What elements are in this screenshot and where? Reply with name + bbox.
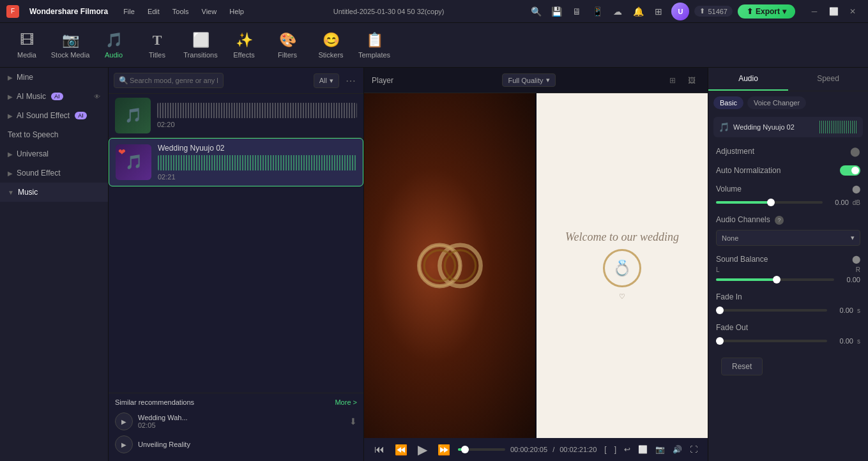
menu-file[interactable]: File <box>118 6 140 17</box>
grid-view-icon[interactable]: ⊞ <box>664 72 681 89</box>
fast-forward-button[interactable]: ⏩ <box>435 444 453 456</box>
sidebar-item-ai-music[interactable]: ▶ AI Music AI 👁 <box>0 87 108 106</box>
toolbar-item-stock[interactable]: 📷 Stock Media <box>49 25 92 66</box>
volume-unit: dB <box>853 199 860 206</box>
download-icon-1[interactable]: ⬇ <box>349 416 357 427</box>
volume-icon[interactable]: 🔊 <box>670 445 685 454</box>
similar-duration-1: 02:05 <box>138 421 344 429</box>
chevron-down-icon-filter: ▾ <box>330 77 333 85</box>
fade-in-thumb[interactable] <box>716 306 724 314</box>
toolbar-item-templates[interactable]: 📋 Templates <box>353 25 396 66</box>
minimize-button[interactable]: ─ <box>805 3 823 20</box>
export-button[interactable]: ⬆ Export ▾ <box>738 4 795 19</box>
progress-bar[interactable] <box>458 448 505 451</box>
toolbar-item-filters[interactable]: 🎨 Filters <box>266 25 309 66</box>
search-icon: 🔍 <box>119 76 128 85</box>
channels-dropdown[interactable]: None ▾ <box>716 230 860 246</box>
sidebar-item-sound-effect[interactable]: ▶ Sound Effect <box>0 163 108 183</box>
menu-view[interactable]: View <box>197 6 222 17</box>
notification-icon[interactable]: 🔔 <box>630 4 646 19</box>
search-icon[interactable]: 🔍 <box>528 4 544 19</box>
rewind-button[interactable]: ⏪ <box>392 444 410 456</box>
balance-value: 0.00 <box>838 276 860 283</box>
screen-icon[interactable]: 🖥 <box>569 4 584 19</box>
balance-slider[interactable] <box>716 278 834 281</box>
track-waveform <box>819 121 858 133</box>
play-button-similar-1[interactable]: ▶ <box>115 412 133 430</box>
fade-out-slider[interactable] <box>716 340 827 342</box>
balance-expand-icon[interactable]: ⬤ <box>852 255 860 264</box>
play-button-similar-2[interactable]: ▶ <box>115 435 133 453</box>
adjustment-expand-icon[interactable]: ⬤ <box>850 146 860 156</box>
grid-icon[interactable]: ⊞ <box>651 4 666 19</box>
quality-dropdown[interactable]: Full Quality ▾ <box>502 73 555 87</box>
adjustment-label: Adjustment <box>716 147 754 156</box>
left-panel: ▶ Mine ▶ AI Music AI 👁 ▶ AI Sound Effect… <box>0 68 109 461</box>
progress-thumb[interactable] <box>461 446 469 453</box>
menu-tools[interactable]: Tools <box>167 6 194 17</box>
menu-help[interactable]: Help <box>224 6 249 17</box>
avatar[interactable]: U <box>671 3 689 20</box>
title-bar-right: 🔍 💾 🖥 📱 ☁ 🔔 ⊞ U ⬆ 51467 ⬆ Export ▾ ─ ⬜ ✕ <box>528 3 862 20</box>
fullscreen-icon[interactable]: ⛶ <box>687 445 700 454</box>
filter-dropdown[interactable]: All ▾ <box>314 73 339 88</box>
play-pause-button[interactable]: ▶ <box>415 442 430 457</box>
overwrite-icon[interactable]: ⬜ <box>636 445 650 454</box>
subtab-basic[interactable]: Basic <box>713 96 743 109</box>
search-input[interactable] <box>114 73 224 88</box>
audio-item-active[interactable]: ❤ 🎵 Wedding Nyuujo 02 02:21 <box>109 138 363 186</box>
more-options-button[interactable]: ⋯ <box>343 75 358 87</box>
toolbar-item-transitions[interactable]: ⬜ Transitions <box>179 25 222 66</box>
sidebar-item-ai-sound[interactable]: ▶ AI Sound Effect AI <box>0 106 108 125</box>
image-view-icon[interactable]: 🖼 <box>683 72 700 89</box>
tab-speed[interactable]: Speed <box>788 68 868 91</box>
audio-item[interactable]: 🎵 02:20 <box>109 94 363 138</box>
close-button[interactable]: ✕ <box>844 3 862 20</box>
overlay-title: Welcome to our wedding <box>565 230 679 244</box>
toolbar-item-audio[interactable]: 🎵 Audio <box>92 25 135 66</box>
volume-slider[interactable] <box>716 201 823 204</box>
sidebar-item-universal[interactable]: ▶ Universal <box>0 144 108 163</box>
player-label: Player <box>372 76 393 85</box>
toolbar-item-titles[interactable]: T Titles <box>135 25 179 66</box>
toolbar-item-media[interactable]: 🎞 Media <box>5 25 49 66</box>
subtab-voice-changer[interactable]: Voice Changer <box>747 96 806 109</box>
title-bar: F Wondershare Filmora File Edit Tools Vi… <box>0 0 868 23</box>
auto-norm-toggle[interactable] <box>840 165 860 176</box>
volume-expand-icon[interactable]: ⬤ <box>852 185 860 193</box>
volume-thumb[interactable] <box>767 199 775 206</box>
mark-out-icon[interactable]: ] <box>612 445 619 454</box>
tab-audio[interactable]: Audio <box>708 68 788 91</box>
effects-icon: ✨ <box>236 32 253 49</box>
fade-in-slider[interactable] <box>716 309 827 312</box>
mark-in-icon[interactable]: [ <box>602 445 609 454</box>
device-icon[interactable]: 📱 <box>590 4 605 19</box>
help-icon[interactable]: ? <box>775 216 784 225</box>
filters-icon: 🎨 <box>279 32 296 49</box>
fade-out-thumb[interactable] <box>716 337 724 345</box>
skip-back-button[interactable]: ⏮ <box>372 444 387 455</box>
preview-area: Welcome to our wedding 💍 ♡ <box>364 93 708 438</box>
user-badge: ⬆ 51467 <box>694 6 733 17</box>
toolbar-item-stickers[interactable]: 😊 Stickers <box>309 25 353 66</box>
toolbar-item-effects[interactable]: ✨ Effects <box>222 25 266 66</box>
similar-item-2[interactable]: ▶ Unveiling Reality <box>115 433 357 456</box>
preview-ctrl-icons: [ ] ↩ ⬜ 📷 🔊 ⛶ <box>602 445 700 454</box>
insert-icon[interactable]: ↩ <box>621 445 633 454</box>
audio-channels-label: Audio Channels ? <box>716 215 784 225</box>
sidebar-item-mine[interactable]: ▶ Mine <box>0 68 108 87</box>
sidebar-item-tts[interactable]: Text to Speech <box>0 125 108 144</box>
reset-button[interactable]: Reset <box>721 358 763 375</box>
stock-icon: 📷 <box>62 32 79 49</box>
balance-thumb[interactable] <box>773 276 780 283</box>
ai-badge: AI <box>51 93 63 100</box>
similar-item-1[interactable]: ▶ Wedding Wah... 02:05 ⬇ <box>115 410 357 433</box>
ai-badge-sound: AI <box>75 112 87 119</box>
cloud-icon[interactable]: ☁ <box>610 4 625 19</box>
menu-edit[interactable]: Edit <box>142 6 165 17</box>
maximize-button[interactable]: ⬜ <box>825 3 842 20</box>
snapshot-icon[interactable]: 📷 <box>653 445 667 454</box>
sidebar-item-music[interactable]: ▼ Music <box>0 183 108 202</box>
more-link[interactable]: More > <box>335 398 357 406</box>
save-icon[interactable]: 💾 <box>549 4 564 19</box>
